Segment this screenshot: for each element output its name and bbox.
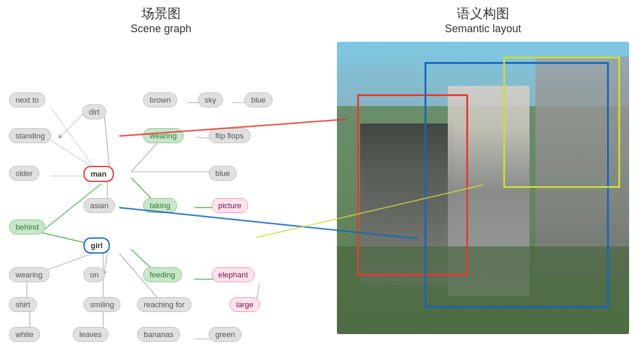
graph-area: next to dirt brown sky blue standing wea… xyxy=(6,42,316,334)
node-standing: standing xyxy=(9,128,51,143)
semantic-layout-title-cn: 语义构图 xyxy=(445,5,521,23)
node-brown: brown xyxy=(143,92,177,107)
node-wearing-top: wearing xyxy=(143,128,184,143)
node-elephant: elephant xyxy=(212,267,255,282)
node-blue-sky: blue xyxy=(244,92,273,107)
node-sky: sky xyxy=(198,92,223,107)
scene-graph-title-en: Scene graph xyxy=(131,23,191,35)
node-picture: picture xyxy=(212,198,248,213)
node-large: large xyxy=(230,297,260,312)
node-on: on xyxy=(83,267,105,282)
svg-line-7 xyxy=(131,140,160,172)
scene-graph-panel: 场景图 Scene graph xyxy=(0,0,322,349)
node-flip-flops: flip flops xyxy=(209,128,250,143)
node-behind: behind xyxy=(9,220,45,234)
scene-graph-title: 场景图 Scene graph xyxy=(131,5,191,39)
node-white: white xyxy=(9,327,40,342)
node-reaching: reaching for xyxy=(137,297,191,312)
node-dirt: dirt xyxy=(82,104,106,119)
graph-edges-svg xyxy=(6,42,316,334)
semantic-image xyxy=(337,42,629,334)
semantic-layout-title-en: Semantic layout xyxy=(445,23,521,35)
node-green-attr: green xyxy=(209,327,242,342)
semantic-layout-panel: 语义构图 Semantic layout xyxy=(322,0,644,349)
node-next-to: next to xyxy=(9,92,45,107)
node-smiling: smiling xyxy=(83,297,120,312)
node-taking: taking xyxy=(143,198,177,213)
node-asian: asian xyxy=(83,198,115,213)
node-older: older xyxy=(9,166,39,181)
scene-graph-title-cn: 场景图 xyxy=(131,5,191,23)
node-wearing-bot: wearing xyxy=(9,267,49,282)
node-shirt: shirt xyxy=(9,297,37,312)
node-girl: girl xyxy=(83,237,110,254)
node-leaves: leaves xyxy=(73,327,109,342)
bbox-elephant xyxy=(503,57,620,189)
node-bananas: bananas xyxy=(137,327,180,342)
svg-line-16 xyxy=(104,252,107,273)
node-man: man xyxy=(83,166,114,182)
node-feeding: feeding xyxy=(143,267,182,282)
semantic-layout-title: 语义构图 Semantic layout xyxy=(445,5,521,39)
node-blue-attr: blue xyxy=(209,166,237,181)
